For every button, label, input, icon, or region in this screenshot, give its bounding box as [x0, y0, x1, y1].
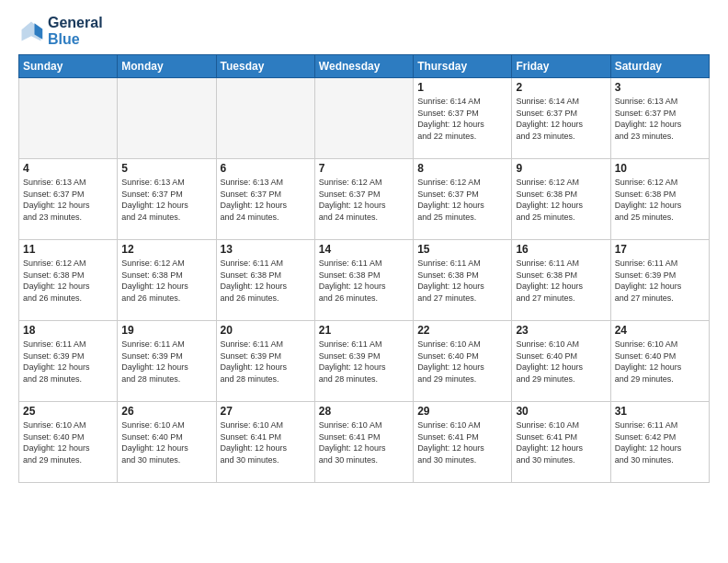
day-number: 10: [615, 162, 705, 175]
day-number: 3: [615, 81, 705, 94]
calendar-cell: 29Sunrise: 6:10 AM Sunset: 6:41 PM Dayli…: [414, 402, 512, 483]
day-info: Sunrise: 6:11 AM Sunset: 6:38 PM Dayligh…: [319, 258, 409, 304]
calendar-cell: 5Sunrise: 6:13 AM Sunset: 6:37 PM Daylig…: [118, 159, 216, 240]
day-info: Sunrise: 6:10 AM Sunset: 6:40 PM Dayligh…: [516, 339, 606, 385]
day-number: 21: [319, 324, 409, 337]
calendar-cell: 3Sunrise: 6:13 AM Sunset: 6:37 PM Daylig…: [610, 78, 709, 159]
day-info: Sunrise: 6:11 AM Sunset: 6:38 PM Dayligh…: [417, 258, 507, 304]
weekday-header-monday: Monday: [118, 55, 216, 78]
day-number: 11: [23, 243, 113, 256]
day-number: 13: [221, 243, 311, 256]
day-info: Sunrise: 6:13 AM Sunset: 6:37 PM Dayligh…: [121, 177, 211, 223]
weekday-header-sunday: Sunday: [19, 55, 118, 78]
calendar-cell: 16Sunrise: 6:11 AM Sunset: 6:38 PM Dayli…: [512, 240, 610, 321]
day-info: Sunrise: 6:11 AM Sunset: 6:39 PM Dayligh…: [319, 339, 409, 385]
day-info: Sunrise: 6:11 AM Sunset: 6:42 PM Dayligh…: [615, 419, 705, 465]
day-number: 9: [516, 162, 606, 175]
day-number: 26: [121, 405, 211, 418]
day-info: Sunrise: 6:10 AM Sunset: 6:41 PM Dayligh…: [319, 419, 409, 465]
day-info: Sunrise: 6:10 AM Sunset: 6:41 PM Dayligh…: [417, 419, 507, 465]
day-info: Sunrise: 6:10 AM Sunset: 6:40 PM Dayligh…: [417, 339, 507, 385]
weekday-header-friday: Friday: [512, 55, 610, 78]
day-info: Sunrise: 6:10 AM Sunset: 6:40 PM Dayligh…: [615, 339, 705, 385]
day-info: Sunrise: 6:12 AM Sunset: 6:38 PM Dayligh…: [615, 177, 705, 223]
day-number: 19: [121, 324, 211, 337]
day-number: 6: [221, 162, 311, 175]
weekday-header-saturday: Saturday: [610, 55, 709, 78]
day-number: 23: [516, 324, 606, 337]
calendar-cell: 23Sunrise: 6:10 AM Sunset: 6:40 PM Dayli…: [512, 321, 610, 402]
calendar-cell: 27Sunrise: 6:10 AM Sunset: 6:41 PM Dayli…: [216, 402, 314, 483]
calendar-cell: 19Sunrise: 6:11 AM Sunset: 6:39 PM Dayli…: [118, 321, 216, 402]
day-number: 17: [615, 243, 705, 256]
page: General Blue SundayMondayTuesdayWednesda…: [0, 0, 728, 563]
day-number: 18: [23, 324, 113, 337]
day-info: Sunrise: 6:11 AM Sunset: 6:38 PM Dayligh…: [221, 258, 311, 304]
calendar-cell: 15Sunrise: 6:11 AM Sunset: 6:38 PM Dayli…: [414, 240, 512, 321]
day-number: 30: [516, 405, 606, 418]
day-info: Sunrise: 6:11 AM Sunset: 6:39 PM Dayligh…: [23, 339, 113, 385]
calendar-cell: 7Sunrise: 6:12 AM Sunset: 6:37 PM Daylig…: [314, 159, 413, 240]
day-info: Sunrise: 6:12 AM Sunset: 6:37 PM Dayligh…: [417, 177, 507, 223]
calendar-cell: 18Sunrise: 6:11 AM Sunset: 6:39 PM Dayli…: [19, 321, 118, 402]
day-number: 24: [615, 324, 705, 337]
day-info: Sunrise: 6:12 AM Sunset: 6:38 PM Dayligh…: [121, 258, 211, 304]
day-info: Sunrise: 6:13 AM Sunset: 6:37 PM Dayligh…: [221, 177, 311, 223]
calendar-cell: 14Sunrise: 6:11 AM Sunset: 6:38 PM Dayli…: [314, 240, 413, 321]
calendar-cell: 31Sunrise: 6:11 AM Sunset: 6:42 PM Dayli…: [610, 402, 709, 483]
calendar-cell: 1Sunrise: 6:14 AM Sunset: 6:37 PM Daylig…: [414, 78, 512, 159]
day-info: Sunrise: 6:11 AM Sunset: 6:39 PM Dayligh…: [221, 339, 311, 385]
day-info: Sunrise: 6:14 AM Sunset: 6:37 PM Dayligh…: [516, 96, 606, 142]
day-number: 28: [319, 405, 409, 418]
day-number: 1: [417, 81, 507, 94]
day-number: 12: [121, 243, 211, 256]
day-info: Sunrise: 6:12 AM Sunset: 6:37 PM Dayligh…: [319, 177, 409, 223]
day-info: Sunrise: 6:10 AM Sunset: 6:40 PM Dayligh…: [121, 419, 211, 465]
week-row-1: 4Sunrise: 6:13 AM Sunset: 6:37 PM Daylig…: [19, 159, 710, 240]
calendar-cell: 20Sunrise: 6:11 AM Sunset: 6:39 PM Dayli…: [216, 321, 314, 402]
day-info: Sunrise: 6:12 AM Sunset: 6:38 PM Dayligh…: [23, 258, 113, 304]
calendar-cell: [216, 78, 314, 159]
day-number: 8: [417, 162, 507, 175]
week-row-3: 18Sunrise: 6:11 AM Sunset: 6:39 PM Dayli…: [19, 321, 710, 402]
calendar-cell: 2Sunrise: 6:14 AM Sunset: 6:37 PM Daylig…: [512, 78, 610, 159]
day-info: Sunrise: 6:12 AM Sunset: 6:38 PM Dayligh…: [516, 177, 606, 223]
week-row-4: 25Sunrise: 6:10 AM Sunset: 6:40 PM Dayli…: [19, 402, 710, 483]
day-number: 15: [417, 243, 507, 256]
calendar-cell: 11Sunrise: 6:12 AM Sunset: 6:38 PM Dayli…: [19, 240, 118, 321]
day-info: Sunrise: 6:11 AM Sunset: 6:38 PM Dayligh…: [516, 258, 606, 304]
day-number: 16: [516, 243, 606, 256]
calendar-cell: 8Sunrise: 6:12 AM Sunset: 6:37 PM Daylig…: [414, 159, 512, 240]
calendar-cell: 12Sunrise: 6:12 AM Sunset: 6:38 PM Dayli…: [118, 240, 216, 321]
day-number: 7: [319, 162, 409, 175]
header: General Blue: [18, 15, 710, 47]
day-number: 20: [221, 324, 311, 337]
day-number: 5: [121, 162, 211, 175]
calendar-cell: 30Sunrise: 6:10 AM Sunset: 6:41 PM Dayli…: [512, 402, 610, 483]
calendar-cell: [314, 78, 413, 159]
day-number: 14: [319, 243, 409, 256]
logo-icon: [18, 18, 44, 44]
day-number: 4: [23, 162, 113, 175]
calendar-cell: 25Sunrise: 6:10 AM Sunset: 6:40 PM Dayli…: [19, 402, 118, 483]
calendar-table: SundayMondayTuesdayWednesdayThursdayFrid…: [18, 54, 710, 483]
calendar-cell: [118, 78, 216, 159]
week-row-0: 1Sunrise: 6:14 AM Sunset: 6:37 PM Daylig…: [19, 78, 710, 159]
calendar-cell: 24Sunrise: 6:10 AM Sunset: 6:40 PM Dayli…: [610, 321, 709, 402]
day-info: Sunrise: 6:10 AM Sunset: 6:41 PM Dayligh…: [516, 419, 606, 465]
week-row-2: 11Sunrise: 6:12 AM Sunset: 6:38 PM Dayli…: [19, 240, 710, 321]
day-info: Sunrise: 6:10 AM Sunset: 6:41 PM Dayligh…: [221, 419, 311, 465]
day-info: Sunrise: 6:13 AM Sunset: 6:37 PM Dayligh…: [615, 96, 705, 142]
logo: General Blue: [18, 15, 103, 47]
day-number: 25: [23, 405, 113, 418]
day-info: Sunrise: 6:11 AM Sunset: 6:39 PM Dayligh…: [615, 258, 705, 304]
day-info: Sunrise: 6:13 AM Sunset: 6:37 PM Dayligh…: [23, 177, 113, 223]
calendar-cell: 4Sunrise: 6:13 AM Sunset: 6:37 PM Daylig…: [19, 159, 118, 240]
logo-text: General Blue: [48, 15, 103, 47]
day-info: Sunrise: 6:10 AM Sunset: 6:40 PM Dayligh…: [23, 419, 113, 465]
day-number: 31: [615, 405, 705, 418]
calendar-cell: 9Sunrise: 6:12 AM Sunset: 6:38 PM Daylig…: [512, 159, 610, 240]
calendar-cell: 22Sunrise: 6:10 AM Sunset: 6:40 PM Dayli…: [414, 321, 512, 402]
calendar-cell: 21Sunrise: 6:11 AM Sunset: 6:39 PM Dayli…: [314, 321, 413, 402]
calendar-cell: 28Sunrise: 6:10 AM Sunset: 6:41 PM Dayli…: [314, 402, 413, 483]
